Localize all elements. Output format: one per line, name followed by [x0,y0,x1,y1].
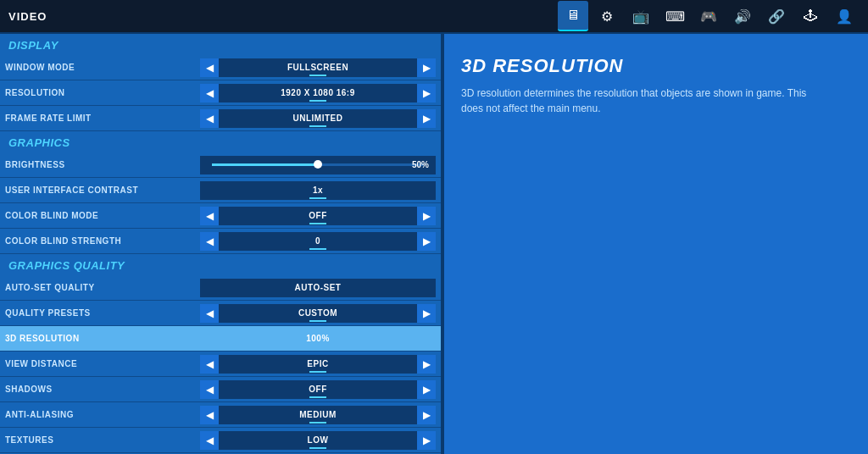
control-brightness: 50% [200,156,436,174]
slider-fill-brightness [212,163,318,166]
value-anti-aliasing: MEDIUM [219,406,417,424]
setting-row-view-distance: VIEW DISTANCE ◀ EPIC ▶ [0,352,441,377]
arrow-control-frame-rate: ◀ UNLIMITED ▶ [200,109,436,128]
label-view-distance: VIEW DISTANCE [5,359,200,368]
indicator-frame-rate [309,125,326,127]
slider-brightness[interactable]: 50% [200,156,436,174]
indicator-resolution [309,100,326,102]
arrow-right-colorblind-strength[interactable]: ▶ [417,232,436,251]
main-layout: DISPLAY WINDOW MODE ◀ FULLSCREEN ▶ RESOL… [0,34,868,454]
control-anti-aliasing: ◀ MEDIUM ▶ [200,406,436,424]
control-3d-resolution: 100% [200,329,436,348]
arrow-right-anti-aliasing[interactable]: ▶ [417,406,436,424]
value-textures: LOW [219,431,417,450]
arrow-left-window-mode[interactable]: ◀ [200,58,219,77]
arrow-control-resolution: ◀ 1920 X 1080 16:9 ▶ [200,84,436,102]
setting-row-shadows: SHADOWS ◀ OFF ▶ [0,377,441,402]
label-colorblind-mode: COLOR BLIND MODE [5,211,200,220]
control-window-mode: ◀ FULLSCREEN ▶ [200,58,436,77]
arrow-control-anti-aliasing: ◀ MEDIUM ▶ [200,406,436,424]
arrow-left-textures[interactable]: ◀ [200,431,219,450]
indicator-anti-aliasing [309,422,326,424]
label-quality-presets: QUALITY PRESETS [5,308,200,318]
label-frame-rate: FRAME RATE LIMIT [5,114,200,123]
arrow-right-view-distance[interactable]: ▶ [417,355,436,374]
nav-icon-gamepad[interactable]: 🕹 [795,1,826,31]
setting-row-colorblind-mode: COLOR BLIND MODE ◀ OFF ▶ [0,203,441,229]
slider-track-brightness [212,163,424,166]
arrow-right-resolution[interactable]: ▶ [417,84,436,102]
arrow-left-colorblind-strength[interactable]: ◀ [200,232,219,251]
value-frame-rate: UNLIMITED [219,109,417,128]
arrow-left-shadows[interactable]: ◀ [200,380,219,399]
indicator-colorblind-strength [309,248,326,250]
top-nav: VIDEO 🖥 ⚙ 📺 ⌨ 🎮 🔊 🔗 🕹 👤 [0,0,868,34]
nav-icon-controller[interactable]: 🎮 [693,1,724,31]
value-3d-resolution: 100% [200,329,436,348]
arrow-left-anti-aliasing[interactable]: ◀ [200,406,219,424]
control-shadows: ◀ OFF ▶ [200,380,436,399]
nav-icons: 🖥 ⚙ 📺 ⌨ 🎮 🔊 🔗 🕹 👤 [558,1,860,31]
nav-icon-display[interactable]: 📺 [626,1,656,31]
arrow-right-colorblind-mode[interactable]: ▶ [417,207,436,225]
setting-row-textures: TEXTURES ◀ LOW ▶ [0,428,441,453]
setting-row-brightness: BRIGHTNESS 50% [0,152,441,178]
indicator-quality-presets [309,320,326,322]
label-anti-aliasing: ANTI-ALIASING [5,410,200,419]
value-colorblind-mode: OFF [219,207,417,225]
control-quality-presets: ◀ CUSTOM ▶ [200,304,436,323]
left-panel: DISPLAY WINDOW MODE ◀ FULLSCREEN ▶ RESOL… [0,34,441,454]
control-autoset-quality: AUTO-SET [200,279,436,297]
nav-icon-gear[interactable]: ⚙ [592,1,622,31]
setting-row-anti-aliasing: ANTI-ALIASING ◀ MEDIUM ▶ [0,402,441,428]
nav-title: VIDEO [8,10,47,23]
indicator-shadows [309,396,326,398]
setting-row-ui-contrast: USER INTERFACE CONTRAST 1x [0,178,441,203]
label-window-mode: WINDOW MODE [5,63,200,72]
value-colorblind-strength: 0 [219,232,417,251]
control-colorblind-mode: ◀ OFF ▶ [200,207,436,225]
value-autoset-quality[interactable]: AUTO-SET [200,279,436,297]
info-title: 3D RESOLUTION [461,55,851,77]
label-ui-contrast: USER INTERFACE CONTRAST [5,185,200,195]
control-colorblind-strength: ◀ 0 ▶ [200,232,436,251]
info-description: 3D resolution determines the resolution … [461,86,817,116]
arrow-left-quality-presets[interactable]: ◀ [200,304,219,323]
nav-icon-speaker[interactable]: 🔊 [727,1,758,31]
nav-icon-monitor[interactable]: 🖥 [558,1,588,31]
arrow-left-frame-rate[interactable]: ◀ [200,109,219,128]
section-header-graphics: GRAPHICS [0,131,441,152]
arrow-right-shadows[interactable]: ▶ [417,380,436,399]
arrow-control-colorblind-strength: ◀ 0 ▶ [200,232,436,251]
arrow-right-window-mode[interactable]: ▶ [417,58,436,77]
arrow-left-colorblind-mode[interactable]: ◀ [200,207,219,225]
control-resolution: ◀ 1920 X 1080 16:9 ▶ [200,84,436,102]
label-shadows: SHADOWS [5,385,200,394]
setting-row-resolution: RESOLUTION ◀ 1920 X 1080 16:9 ▶ [0,80,441,106]
arrow-control-shadows: ◀ OFF ▶ [200,380,436,399]
slider-thumb-brightness [314,160,322,169]
nav-icon-keyboard[interactable]: ⌨ [659,1,690,31]
arrow-control-textures: ◀ LOW ▶ [200,431,436,450]
right-panel: 3D RESOLUTION 3D resolution determines t… [444,34,868,454]
arrow-right-textures[interactable]: ▶ [417,431,436,450]
control-textures: ◀ LOW ▶ [200,431,436,450]
nav-icon-user[interactable]: 👤 [829,1,860,31]
nav-icon-network[interactable]: 🔗 [761,1,792,31]
label-resolution: RESOLUTION [5,88,200,97]
arrow-left-view-distance[interactable]: ◀ [200,355,219,374]
setting-row-window-mode: WINDOW MODE ◀ FULLSCREEN ▶ [0,55,441,80]
arrow-right-quality-presets[interactable]: ▶ [417,304,436,323]
setting-row-frame-rate: FRAME RATE LIMIT ◀ UNLIMITED ▶ [0,106,441,131]
arrow-right-frame-rate[interactable]: ▶ [417,109,436,128]
label-brightness: BRIGHTNESS [5,160,200,169]
setting-row-3d-resolution[interactable]: 3D RESOLUTION 100% [0,326,441,352]
control-frame-rate: ◀ UNLIMITED ▶ [200,109,436,128]
setting-row-autoset-quality: AUTO-SET QUALITY AUTO-SET [0,275,441,301]
arrow-control-window-mode: ◀ FULLSCREEN ▶ [200,58,436,77]
setting-row-quality-presets: QUALITY PRESETS ◀ CUSTOM ▶ [0,301,441,326]
indicator-textures [309,447,326,449]
label-textures: TEXTURES [5,435,200,445]
arrow-left-resolution[interactable]: ◀ [200,84,219,102]
value-brightness: 50% [412,160,429,169]
